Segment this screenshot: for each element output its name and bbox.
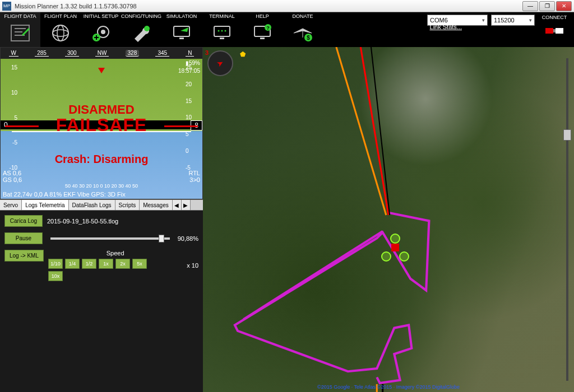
title-bar: MP Mission Planner 1.3.32 build 1.1.5736… (0, 0, 574, 12)
tab-messages[interactable]: Messages (140, 200, 173, 210)
terminal-icon (208, 21, 236, 45)
label: DONATE (293, 13, 313, 20)
speed-label: Speed (48, 250, 182, 256)
svg-rect-11 (220, 38, 224, 39)
toolbar-donate[interactable]: DONATE $ (283, 12, 323, 47)
tab-dataflash-logs[interactable]: DataFlash Logs (69, 200, 115, 210)
speed-2x[interactable]: 2x (115, 259, 130, 269)
maximize-button[interactable]: ❐ (539, 1, 555, 11)
bottom-tabs: Servo Logs Telemetria DataFlash Logs Scr… (0, 199, 203, 211)
flight-mode: RTL3>0 (188, 170, 200, 183)
gear-plus-icon (87, 21, 115, 45)
bank-arc: 50 40 30 20 10 0 10 20 30 40 50 (34, 183, 169, 189)
speed-1-4[interactable]: 1/4 (65, 259, 80, 269)
svg-point-1 (53, 25, 68, 41)
speed-multiplier: x 10 (187, 262, 198, 269)
compass-arrow-icon: ➤ (215, 58, 225, 69)
svg-text:$: $ (307, 35, 310, 41)
load-log-button[interactable]: Carica Log (4, 215, 43, 227)
progress-pct: 90,88% (178, 235, 198, 242)
map-attribution: ©2015 Google · Tele Atlas ©2015 · Imager… (317, 384, 460, 390)
map-view[interactable]: 3 ➤ ⬟ ©2015 Google · Tele Atlas ©2015 · … (203, 47, 574, 392)
donate-icon: $ (289, 21, 317, 45)
flight-track (203, 47, 574, 392)
plug-icon (543, 22, 566, 39)
speed-5x[interactable]: 5x (132, 259, 147, 269)
svg-rect-22 (556, 28, 563, 34)
tab-logs-telemetria[interactable]: Logs Telemetria (22, 200, 68, 210)
svg-rect-9 (179, 38, 184, 39)
map-panel[interactable]: 3 ➤ ⬟ ©2015 Google · Tele Atlas ©2015 · … (203, 47, 574, 392)
as-gs-readout: AS 0,6GS 0,6 (3, 170, 22, 183)
main-toolbar: FLIGHT DATA FLIGHT PLAN INITIAL SETUP CO… (0, 12, 574, 47)
logs-panel: Carica Log 2015-09-19_18-50-55.tlog Paus… (0, 211, 203, 392)
window-controls: — ❐ ✕ (521, 1, 572, 11)
svg-rect-16 (260, 38, 265, 39)
crash-message: Crash: Disarming (1, 153, 202, 166)
pause-button[interactable]: Pause (4, 232, 43, 244)
speed-buttons: 1/10 1/4 1/2 1x 2x 5x 10x (48, 259, 160, 281)
home-icon: ⬟ (240, 50, 246, 58)
tab-servo[interactable]: Servo (0, 200, 22, 210)
failsafe-label: FAILSAFE (1, 115, 202, 136)
speed-1x[interactable]: 1x (99, 259, 113, 269)
app-icon: MP (2, 2, 11, 11)
map-compass[interactable]: ➤ (207, 50, 233, 76)
close-button[interactable]: ✕ (556, 1, 572, 11)
svg-point-7 (144, 26, 150, 31)
svg-point-2 (53, 30, 68, 36)
flight-data-icon (6, 21, 34, 45)
label: FLIGHT DATA (4, 13, 36, 20)
toolbar-flight-plan[interactable]: FLIGHT PLAN (40, 12, 81, 47)
left-panel: W285300NW328345N ▮59% 18:57:05 15105-5-1… (0, 47, 203, 392)
speed-10x[interactable]: 10x (48, 271, 63, 281)
svg-point-3 (57, 25, 64, 41)
help-icon: ? (248, 21, 276, 45)
tabs-scroll-left[interactable]: ◀ (173, 200, 182, 210)
globe-icon (47, 21, 75, 45)
speed-1-2[interactable]: 1/2 (82, 259, 96, 269)
svg-line-24 (336, 47, 386, 215)
label: TERMINAL (209, 13, 235, 20)
link-stats-link[interactable]: Link Stats... (430, 24, 462, 30)
toolbar-config-tuning[interactable]: CONFIG/TUNING (121, 12, 161, 47)
svg-rect-0 (11, 25, 29, 41)
hud: W285300NW328345N ▮59% 18:57:05 15105-5-1… (0, 47, 203, 199)
wrench-icon (127, 21, 155, 45)
map-corner-number: 3 (205, 49, 209, 56)
label: FLIGHT PLAN (44, 13, 77, 20)
toolbar-simulation[interactable]: SIMULATION (161, 12, 202, 47)
drone-marker (381, 234, 409, 262)
baud-select[interactable]: 115200 (491, 15, 535, 26)
compass-ruler: W285300NW328345N (1, 48, 202, 59)
tabs-scroll-right[interactable]: ▶ (182, 200, 191, 210)
svg-line-25 (360, 47, 388, 215)
toolbar-initial-setup[interactable]: INITIAL SETUP (81, 12, 121, 47)
toolbar-terminal[interactable]: TERMINAL (202, 12, 242, 47)
speed-1-10[interactable]: 1/10 (48, 259, 63, 269)
minimize-button[interactable]: — (522, 1, 538, 11)
label: CONFIG/TUNING (121, 13, 161, 20)
tab-scripts[interactable]: Scripts (115, 200, 140, 210)
zoom-thumb[interactable] (563, 129, 571, 141)
monitor-plane-icon (168, 21, 196, 45)
log-to-kml-button[interactable]: Log -> KML (4, 250, 44, 262)
slider-thumb[interactable] (159, 235, 164, 242)
svg-point-13 (221, 30, 223, 32)
svg-point-12 (218, 30, 220, 32)
svg-point-5 (101, 30, 105, 34)
zoom-slider[interactable] (566, 58, 568, 381)
log-filename: 2015-09-19_18-50-55.tlog (47, 218, 118, 225)
playback-slider[interactable] (50, 237, 170, 240)
label: SIMULATION (166, 13, 197, 20)
toolbar-help[interactable]: HELP ? (242, 12, 283, 47)
label: INITIAL SETUP (84, 13, 119, 20)
label: HELP (256, 13, 269, 20)
status-line: Bat 22,74v 0,0 A 81% EKF Vibe GPS: 3D Fi… (3, 191, 200, 198)
connect-button[interactable]: CONNECT (538, 15, 571, 39)
svg-rect-23 (553, 29, 556, 32)
svg-rect-21 (545, 28, 553, 34)
svg-text:?: ? (266, 25, 270, 31)
svg-point-14 (225, 30, 226, 32)
toolbar-flight-data[interactable]: FLIGHT DATA (0, 12, 40, 47)
